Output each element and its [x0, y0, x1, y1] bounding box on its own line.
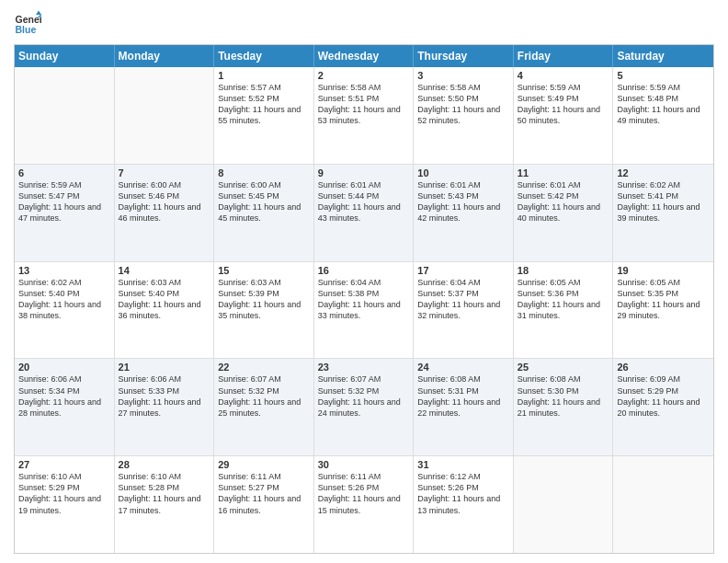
day-number: 19	[617, 265, 710, 276]
day-number: 21	[119, 362, 210, 373]
header: General Blue	[14, 9, 714, 37]
calendar-row-3: 20Sunrise: 6:06 AM Sunset: 5:34 PM Dayli…	[15, 359, 713, 456]
calendar-cell-day-9: 9Sunrise: 6:01 AM Sunset: 5:44 PM Daylig…	[314, 165, 415, 261]
calendar-row-4: 27Sunrise: 6:10 AM Sunset: 5:29 PM Dayli…	[15, 456, 713, 553]
svg-text:Blue: Blue	[16, 24, 37, 35]
day-info: Sunrise: 6:01 AM Sunset: 5:43 PM Dayligh…	[417, 179, 509, 224]
weekday-header-friday: Friday	[514, 45, 614, 67]
calendar-cell-day-27: 27Sunrise: 6:10 AM Sunset: 5:29 PM Dayli…	[15, 456, 115, 553]
calendar-cell-day-19: 19Sunrise: 6:05 AM Sunset: 5:35 PM Dayli…	[613, 262, 713, 359]
calendar-cell-day-1: 1Sunrise: 5:57 AM Sunset: 5:52 PM Daylig…	[214, 67, 314, 164]
day-info: Sunrise: 6:02 AM Sunset: 5:41 PM Dayligh…	[617, 179, 710, 224]
day-info: Sunrise: 5:59 AM Sunset: 5:48 PM Dayligh…	[617, 82, 710, 127]
calendar-cell-day-8: 8Sunrise: 6:00 AM Sunset: 5:45 PM Daylig…	[214, 165, 314, 261]
calendar-cell-day-23: 23Sunrise: 6:07 AM Sunset: 5:32 PM Dayli…	[314, 359, 415, 455]
calendar-cell-day-10: 10Sunrise: 6:01 AM Sunset: 5:43 PM Dayli…	[414, 165, 514, 261]
weekday-header-thursday: Thursday	[414, 45, 514, 67]
day-info: Sunrise: 5:59 AM Sunset: 5:49 PM Dayligh…	[518, 82, 609, 127]
day-number: 13	[18, 265, 110, 276]
day-number: 17	[417, 265, 509, 276]
calendar-cell-day-26: 26Sunrise: 6:09 AM Sunset: 5:29 PM Dayli…	[613, 359, 713, 455]
day-number: 16	[318, 265, 410, 276]
day-number: 2	[318, 70, 410, 81]
calendar-cell-day-21: 21Sunrise: 6:06 AM Sunset: 5:33 PM Dayli…	[115, 359, 215, 455]
day-number: 8	[218, 167, 310, 178]
calendar-cell-day-24: 24Sunrise: 6:08 AM Sunset: 5:31 PM Dayli…	[414, 359, 514, 455]
day-number: 5	[617, 70, 710, 81]
day-number: 4	[518, 70, 609, 81]
calendar-cell-empty	[514, 456, 614, 553]
calendar-row-2: 13Sunrise: 6:02 AM Sunset: 5:40 PM Dayli…	[15, 262, 713, 360]
calendar-cell-day-18: 18Sunrise: 6:05 AM Sunset: 5:36 PM Dayli…	[514, 262, 614, 359]
calendar-body: 1Sunrise: 5:57 AM Sunset: 5:52 PM Daylig…	[15, 67, 713, 553]
day-number: 1	[218, 70, 310, 81]
day-number: 15	[218, 265, 310, 276]
day-info: Sunrise: 6:06 AM Sunset: 5:34 PM Dayligh…	[18, 373, 110, 419]
calendar-cell-day-15: 15Sunrise: 6:03 AM Sunset: 5:39 PM Dayli…	[214, 262, 314, 359]
day-info: Sunrise: 5:58 AM Sunset: 5:50 PM Dayligh…	[417, 82, 509, 127]
calendar-cell-day-22: 22Sunrise: 6:07 AM Sunset: 5:32 PM Dayli…	[214, 359, 314, 455]
day-info: Sunrise: 6:03 AM Sunset: 5:39 PM Dayligh…	[218, 277, 310, 322]
weekday-header-wednesday: Wednesday	[314, 45, 415, 67]
day-number: 31	[417, 459, 509, 470]
weekday-header-sunday: Sunday	[15, 45, 115, 67]
svg-marker-2	[36, 11, 41, 16]
day-info: Sunrise: 6:10 AM Sunset: 5:28 PM Dayligh…	[119, 471, 210, 516]
weekday-header-saturday: Saturday	[613, 45, 713, 67]
weekday-header-monday: Monday	[115, 45, 215, 67]
day-info: Sunrise: 6:09 AM Sunset: 5:29 PM Dayligh…	[617, 373, 710, 419]
day-info: Sunrise: 6:00 AM Sunset: 5:45 PM Dayligh…	[218, 179, 310, 224]
day-info: Sunrise: 6:05 AM Sunset: 5:36 PM Dayligh…	[518, 277, 609, 322]
calendar-cell-day-6: 6Sunrise: 5:59 AM Sunset: 5:47 PM Daylig…	[15, 165, 115, 261]
day-info: Sunrise: 5:59 AM Sunset: 5:47 PM Dayligh…	[18, 179, 110, 224]
day-number: 24	[417, 362, 509, 373]
day-info: Sunrise: 6:07 AM Sunset: 5:32 PM Dayligh…	[318, 373, 410, 419]
calendar-cell-day-4: 4Sunrise: 5:59 AM Sunset: 5:49 PM Daylig…	[514, 67, 614, 164]
day-info: Sunrise: 6:01 AM Sunset: 5:42 PM Dayligh…	[518, 179, 609, 224]
calendar-cell-day-13: 13Sunrise: 6:02 AM Sunset: 5:40 PM Dayli…	[15, 262, 115, 359]
page: General Blue SundayMondayTuesdayWednesda…	[0, 0, 728, 563]
day-number: 30	[318, 459, 410, 470]
day-number: 20	[18, 362, 110, 373]
day-number: 27	[18, 459, 110, 470]
day-info: Sunrise: 5:58 AM Sunset: 5:51 PM Dayligh…	[318, 82, 410, 127]
day-info: Sunrise: 6:03 AM Sunset: 5:40 PM Dayligh…	[119, 277, 210, 322]
calendar-cell-day-12: 12Sunrise: 6:02 AM Sunset: 5:41 PM Dayli…	[613, 165, 713, 261]
day-info: Sunrise: 6:01 AM Sunset: 5:44 PM Dayligh…	[318, 179, 410, 224]
day-number: 26	[617, 362, 710, 373]
day-number: 6	[18, 167, 110, 178]
day-number: 12	[617, 167, 710, 178]
day-info: Sunrise: 6:06 AM Sunset: 5:33 PM Dayligh…	[119, 373, 210, 419]
logo-icon: General Blue	[14, 9, 41, 37]
day-number: 10	[417, 167, 509, 178]
day-info: Sunrise: 6:10 AM Sunset: 5:29 PM Dayligh…	[18, 471, 110, 516]
calendar-cell-day-3: 3Sunrise: 5:58 AM Sunset: 5:50 PM Daylig…	[414, 67, 514, 164]
calendar-cell-day-31: 31Sunrise: 6:12 AM Sunset: 5:26 PM Dayli…	[414, 456, 514, 553]
calendar-cell-day-17: 17Sunrise: 6:04 AM Sunset: 5:37 PM Dayli…	[414, 262, 514, 359]
calendar-cell-empty	[613, 456, 713, 553]
day-info: Sunrise: 6:04 AM Sunset: 5:37 PM Dayligh…	[417, 277, 509, 322]
day-number: 9	[318, 167, 410, 178]
day-info: Sunrise: 6:08 AM Sunset: 5:31 PM Dayligh…	[417, 373, 509, 419]
day-number: 18	[518, 265, 609, 276]
day-info: Sunrise: 6:05 AM Sunset: 5:35 PM Dayligh…	[617, 277, 710, 322]
day-info: Sunrise: 6:04 AM Sunset: 5:38 PM Dayligh…	[318, 277, 410, 322]
logo: General Blue	[14, 9, 41, 37]
day-number: 29	[218, 459, 310, 470]
day-info: Sunrise: 6:08 AM Sunset: 5:30 PM Dayligh…	[518, 373, 609, 419]
calendar-cell-day-25: 25Sunrise: 6:08 AM Sunset: 5:30 PM Dayli…	[514, 359, 614, 455]
day-number: 14	[119, 265, 210, 276]
calendar-cell-empty	[15, 67, 115, 164]
calendar-cell-day-2: 2Sunrise: 5:58 AM Sunset: 5:51 PM Daylig…	[314, 67, 415, 164]
calendar-cell-day-11: 11Sunrise: 6:01 AM Sunset: 5:42 PM Dayli…	[514, 165, 614, 261]
day-info: Sunrise: 6:02 AM Sunset: 5:40 PM Dayligh…	[18, 277, 110, 322]
calendar-cell-day-5: 5Sunrise: 5:59 AM Sunset: 5:48 PM Daylig…	[613, 67, 713, 164]
calendar-row-0: 1Sunrise: 5:57 AM Sunset: 5:52 PM Daylig…	[15, 67, 713, 165]
day-number: 25	[518, 362, 609, 373]
calendar-cell-day-30: 30Sunrise: 6:11 AM Sunset: 5:26 PM Dayli…	[314, 456, 415, 553]
calendar-row-1: 6Sunrise: 5:59 AM Sunset: 5:47 PM Daylig…	[15, 165, 713, 262]
calendar-cell-empty	[115, 67, 215, 164]
calendar: SundayMondayTuesdayWednesdayThursdayFrid…	[14, 44, 714, 554]
calendar-cell-day-7: 7Sunrise: 6:00 AM Sunset: 5:46 PM Daylig…	[115, 165, 215, 261]
day-info: Sunrise: 6:11 AM Sunset: 5:27 PM Dayligh…	[218, 471, 310, 516]
